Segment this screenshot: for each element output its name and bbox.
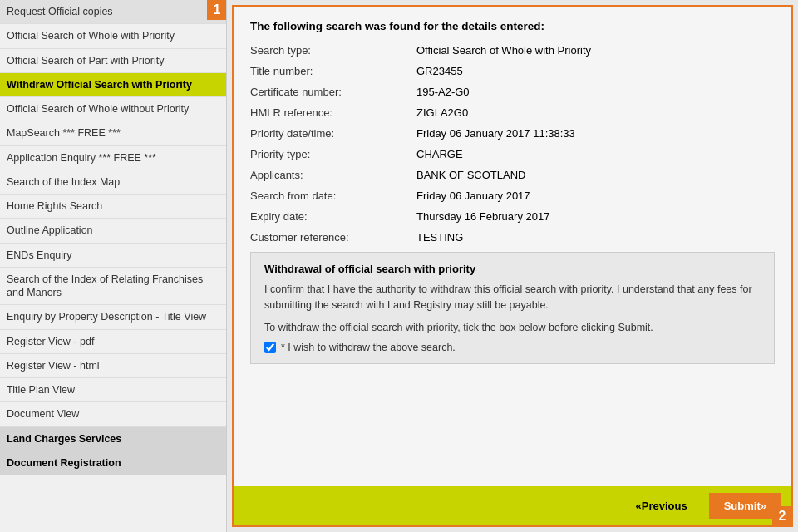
footer: «Previous Submit» 2 <box>234 486 791 525</box>
sidebar-item-search-index-franchises[interactable]: Search of the Index of Relating Franchis… <box>0 268 226 306</box>
sidebar-item-mapsearch[interactable]: MapSearch *** FREE *** <box>0 121 226 145</box>
sidebar-item-outline-application[interactable]: Outline Application <box>0 219 226 243</box>
result-title: The following search was found for the d… <box>250 20 775 32</box>
badge-2: 2 <box>772 506 792 526</box>
submit-button[interactable]: Submit» <box>709 493 781 519</box>
value-priority-type: CHARGE <box>416 148 463 160</box>
sidebar-item-home-rights-search[interactable]: Home Rights Search <box>0 195 226 219</box>
label-hmlr-reference: HMLR reference: <box>250 106 416 119</box>
sidebar-item-withdraw-official-search[interactable]: Withdraw Official Search with Priority <box>0 73 226 97</box>
sidebar-item-register-view-html[interactable]: Register View - html <box>0 354 226 378</box>
label-search-type: Search type: <box>250 44 416 57</box>
sidebar-section-land-charges: Land Charges Services <box>0 427 226 451</box>
label-applicants: Applicants: <box>250 169 416 181</box>
previous-button[interactable]: «Previous <box>621 493 702 519</box>
sidebar-top-group: Request Official copies Official Search … <box>0 0 226 97</box>
field-row-customer-reference: Customer reference: TESTING <box>250 231 775 244</box>
sidebar-item-request-official-copies[interactable]: Request Official copies <box>0 0 226 24</box>
field-row-title-number: Title number: GR23455 <box>250 65 775 77</box>
field-row-certificate-number: Certificate number: 195-A2-G0 <box>250 86 775 98</box>
value-hmlr-reference: ZIGLA2G0 <box>416 106 468 119</box>
sidebar-item-official-search-part-priority[interactable]: Official Search of Part with Priority <box>0 49 226 73</box>
value-certificate-number: 195-A2-G0 <box>416 86 470 98</box>
field-row-hmlr-reference: HMLR reference: ZIGLA2G0 <box>250 106 775 119</box>
sidebar-item-register-view-pdf[interactable]: Register View - pdf <box>0 330 226 354</box>
sidebar: Request Official copies Official Search … <box>0 0 227 532</box>
sidebar-item-ends-enquiry[interactable]: ENDs Enquiry <box>0 244 226 268</box>
label-expiry-date: Expiry date: <box>250 210 416 223</box>
badge-1: 1 <box>207 0 227 20</box>
field-row-priority-datetime: Priority date/time: Friday 06 January 20… <box>250 127 775 140</box>
sidebar-section-document-registration: Document Registration <box>0 451 226 475</box>
withdrawal-box: Withdrawal of official search with prior… <box>250 252 775 364</box>
label-title-number: Title number: <box>250 65 416 77</box>
withdrawal-text1: I confirm that I have the authority to w… <box>264 282 761 313</box>
withdrawal-text2: To withdraw the official search with pri… <box>264 320 761 336</box>
field-row-search-type: Search type: Official Search of Whole wi… <box>250 44 775 57</box>
search-result-area: The following search was found for the d… <box>234 7 791 486</box>
content-border: The following search was found for the d… <box>232 5 793 527</box>
label-priority-datetime: Priority date/time: <box>250 127 416 140</box>
label-customer-reference: Customer reference: <box>250 231 416 244</box>
label-priority-type: Priority type: <box>250 148 416 160</box>
sidebar-item-title-plan-view[interactable]: Title Plan View <box>0 378 226 402</box>
withdrawal-title: Withdrawal of official search with prior… <box>264 263 761 275</box>
value-search-type: Official Search of Whole with Priority <box>416 44 591 57</box>
value-title-number: GR23455 <box>416 65 463 77</box>
field-row-search-from-date: Search from date: Friday 06 January 2017 <box>250 190 775 202</box>
label-search-from-date: Search from date: <box>250 190 416 202</box>
label-certificate-number: Certificate number: <box>250 86 416 98</box>
sidebar-item-official-search-whole-priority[interactable]: Official Search of Whole with Priority <box>0 24 226 48</box>
sidebar-item-document-view[interactable]: Document View <box>0 402 226 426</box>
sidebar-item-search-index-map[interactable]: Search of the Index Map <box>0 170 226 195</box>
value-search-from-date: Friday 06 January 2017 <box>416 190 530 202</box>
withdraw-checkbox-label: * I wish to withdraw the above search. <box>281 342 456 353</box>
field-row-expiry-date: Expiry date: Thursday 16 February 2017 <box>250 210 775 223</box>
withdraw-checkbox[interactable] <box>264 342 276 353</box>
value-customer-reference: TESTING <box>416 231 463 244</box>
value-priority-datetime: Friday 06 January 2017 11:38:33 <box>416 127 575 140</box>
sidebar-item-enquiry-property[interactable]: Enquiry by Property Description - Title … <box>0 305 226 329</box>
field-row-applicants: Applicants: BANK OF SCOTLAND <box>250 169 775 181</box>
sidebar-item-official-search-whole-without[interactable]: Official Search of Whole without Priorit… <box>0 97 226 121</box>
main-content: The following search was found for the d… <box>227 0 798 532</box>
field-row-priority-type: Priority type: CHARGE <box>250 148 775 160</box>
value-applicants: BANK OF SCOTLAND <box>416 169 525 181</box>
value-expiry-date: Thursday 16 February 2017 <box>416 210 549 223</box>
sidebar-item-application-enquiry[interactable]: Application Enquiry *** FREE *** <box>0 146 226 170</box>
checkbox-row: * I wish to withdraw the above search. <box>264 342 761 353</box>
